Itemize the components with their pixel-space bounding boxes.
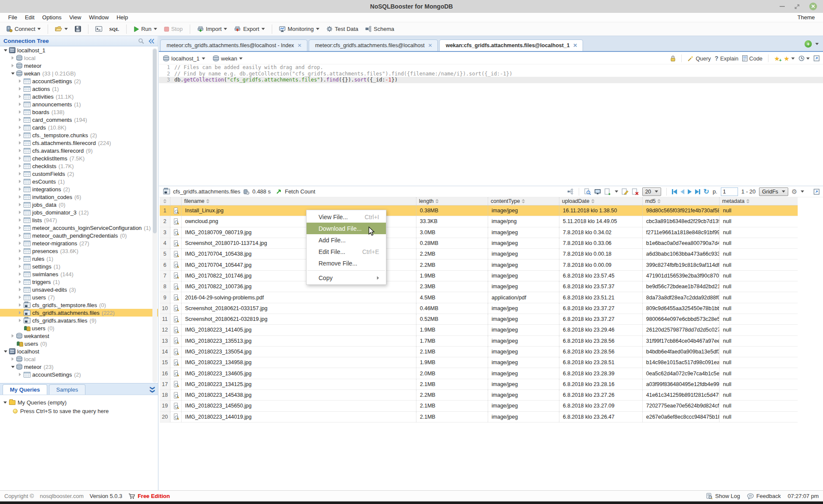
sort-arrows-icon[interactable] <box>163 199 167 203</box>
tree-collapsed-icon[interactable] <box>17 172 23 175</box>
cell-contentType[interactable]: image/jpeg <box>488 357 559 368</box>
cell-contentType[interactable]: image/jpeg <box>488 249 559 259</box>
table-row[interactable]: 8IMG_20170822_100736.jpg2.3MBimage/jpeg6… <box>160 281 798 292</box>
tree-item-checklistItems[interactable]: checklistItems(7.5K) <box>0 154 158 162</box>
menu-item-theme[interactable]: Theme <box>794 14 819 21</box>
cell-metadata[interactable]: null <box>720 281 798 292</box>
cell-length[interactable]: 1.9MB <box>416 325 488 335</box>
cell-contentType[interactable]: image/jpeg <box>488 303 559 314</box>
cell-metadata[interactable]: null <box>720 303 798 314</box>
settings-caret-icon[interactable] <box>801 190 804 193</box>
row-preview-cell[interactable] <box>170 260 182 270</box>
column-header-metadata[interactable]: metadata <box>720 197 798 205</box>
run-button[interactable]: Run <box>131 24 160 33</box>
column-header-md5[interactable]: md5 <box>643 197 720 205</box>
tree-item-users[interactable]: users(0) <box>0 324 158 332</box>
tree-item-jobs_dominator_3[interactable]: jobs_dominator_3(12) <box>0 208 158 216</box>
add-document-icon[interactable] <box>604 188 611 195</box>
tree-item-accountSettings[interactable]: accountSettings(2) <box>0 77 158 85</box>
table-row[interactable]: 16IMG_20180223_134605.jpg2.0MBimage/jpeg… <box>160 368 798 379</box>
cell-contentType[interactable]: image/jpeg <box>488 401 559 411</box>
menu-item-copy[interactable]: Copy <box>307 272 386 284</box>
cell-filename[interactable]: Screenshot_20180621-033157.jpg <box>182 303 416 314</box>
row-preview-cell[interactable] <box>170 412 182 422</box>
cell-uploadDate[interactable]: 6.8.2018 klo 23.28.16 <box>559 379 643 389</box>
test-data-button[interactable]: Test Data <box>324 24 361 33</box>
table-row[interactable]: 92016-04-29-solving-problems.pdf4.5MBapp… <box>160 292 798 303</box>
preview-file-icon[interactable] <box>174 349 178 355</box>
cell-contentType[interactable]: image/jpeg <box>488 314 559 324</box>
tree-collapsed-icon[interactable] <box>17 303 23 307</box>
cell-contentType[interactable]: image/jpeg <box>488 368 559 378</box>
preview-file-icon[interactable] <box>174 327 178 333</box>
new-tab-button[interactable]: + <box>805 40 812 48</box>
schema-button[interactable]: Schema <box>363 24 397 33</box>
tree-collapsed-icon[interactable] <box>17 110 23 114</box>
tree-collapsed-icon[interactable] <box>17 133 23 137</box>
cell-md5[interactable]: 399c8274fbfb19c818c9af114df86 <box>643 260 720 270</box>
preview-file-icon[interactable] <box>174 229 178 235</box>
cell-metadata[interactable]: null <box>720 271 798 281</box>
cell-contentType[interactable]: image/jpeg <box>488 281 559 292</box>
cell-contentType[interactable]: image/jpeg <box>488 260 559 270</box>
remove-document-icon[interactable] <box>632 188 639 195</box>
tree-item-activities[interactable]: activities(11.1K) <box>0 93 158 100</box>
tab-samples[interactable]: Samples <box>49 384 85 395</box>
cell-length[interactable]: 2.2MB <box>416 249 488 259</box>
tree-collapsed-icon[interactable] <box>17 164 23 168</box>
cell-length[interactable]: 2.1MB <box>416 379 488 389</box>
preview-file-icon[interactable] <box>174 208 178 214</box>
sort-arrows-icon[interactable] <box>657 199 661 203</box>
cell-metadata[interactable]: null <box>720 368 798 378</box>
tree-item-settings[interactable]: settings(1) <box>0 263 158 270</box>
tree-item-local[interactable]: local <box>0 54 158 62</box>
cell-filename[interactable]: IMG_20180223_144019.jpg <box>182 412 416 422</box>
tree-item-meteor[interactable]: meteor(23) <box>0 363 158 371</box>
cell-uploadDate[interactable]: 6.8.2018 klo 23.28.39 <box>559 368 643 378</box>
free-edition-button[interactable]: Free Edition <box>128 493 170 499</box>
cell-uploadDate[interactable]: 6.8.2018 klo 23.57.45 <box>559 271 643 281</box>
tree-item-announcements[interactable]: announcements(1) <box>0 100 158 108</box>
preview-file-icon[interactable] <box>174 392 178 398</box>
cell-metadata[interactable]: null <box>720 205 798 216</box>
shell-button[interactable] <box>93 25 105 33</box>
cell-uploadDate[interactable]: 7.8.2018 klo 0.00.18 <box>559 249 643 259</box>
fetch-count-button[interactable]: Fetch Count <box>285 188 315 195</box>
add-favorite-icon[interactable]: ★ <box>774 55 780 62</box>
tree-collapsed-icon[interactable] <box>17 319 23 322</box>
cell-uploadDate[interactable]: 6.8.2018 klo 23.28.56 <box>559 347 643 357</box>
row-preview-cell[interactable] <box>170 368 182 378</box>
row-preview-cell[interactable] <box>170 336 182 346</box>
tree-collapsed-icon[interactable] <box>17 280 23 284</box>
cell-md5[interactable]: b14c98e1015ac517d98c091ead <box>643 357 720 368</box>
schema-view-icon[interactable] <box>567 188 574 195</box>
find-in-results-icon[interactable] <box>584 188 591 195</box>
maximize-button[interactable] <box>794 4 800 9</box>
cell-md5[interactable]: 809c9d6455aa325450e78b1bb2 <box>643 303 720 314</box>
tree-item-customFields[interactable]: customFields(2) <box>0 170 158 178</box>
sort-arrows-icon[interactable] <box>522 199 525 203</box>
tab-close-icon[interactable]: ✕ <box>573 42 577 48</box>
cell-uploadDate[interactable]: 6.8.2018 klo 23.51.21 <box>559 292 643 302</box>
tree-item-unsaved-edits[interactable]: unsaved-edits(3) <box>0 286 158 293</box>
favorites-menu[interactable]: ★ <box>784 55 795 62</box>
tree-item-triggers[interactable]: triggers(1) <box>0 278 158 286</box>
table-row[interactable]: 11Screenshot_20180621-032819.jpg0.52MBim… <box>160 314 798 325</box>
tree-collapsed-icon[interactable] <box>10 357 15 361</box>
open-button[interactable] <box>52 24 70 33</box>
cell-contentType[interactable]: image/jpeg <box>488 336 559 346</box>
cell-filename[interactable]: IMG_20180223_141405.jpg <box>182 325 416 335</box>
code-button[interactable]: Code <box>742 55 762 62</box>
tree-collapsed-icon[interactable] <box>10 64 15 67</box>
menu-item-options[interactable]: Options <box>38 14 65 21</box>
cell-metadata[interactable]: null <box>720 390 798 400</box>
tree-collapsed-icon[interactable] <box>17 79 23 83</box>
sort-arrows-icon[interactable] <box>206 199 210 203</box>
cell-length[interactable]: 3.0MB <box>416 227 488 238</box>
tree-item-cfs._tempstore.chunks[interactable]: cfs._tempstore.chunks(2) <box>0 131 158 139</box>
cell-length[interactable]: 2.2MB <box>416 260 488 270</box>
tree-collapsed-icon[interactable] <box>17 187 23 191</box>
cell-uploadDate[interactable]: 6.8.2018 klo 23.29.46 <box>559 325 643 335</box>
maximize-editor-icon[interactable] <box>814 55 820 61</box>
cell-md5[interactable]: a03f99f836480495e12fdb4e991 <box>643 379 720 389</box>
